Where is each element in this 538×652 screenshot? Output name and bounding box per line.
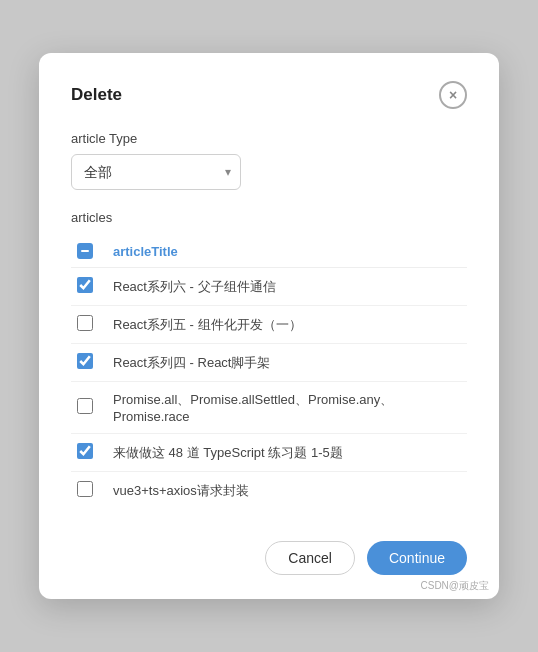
table-row: Promise.all、Promise.allSettled、Promise.a… bbox=[71, 382, 467, 434]
continue-button[interactable]: Continue bbox=[367, 541, 467, 575]
header-title-col: articleTitle bbox=[107, 235, 467, 268]
table-row: React系列六 - 父子组件通信 bbox=[71, 268, 467, 306]
checkbox-cell bbox=[71, 344, 107, 382]
watermark: CSDN@顽皮宝 bbox=[421, 579, 490, 593]
row-checkbox[interactable] bbox=[77, 443, 93, 459]
checkbox-cell bbox=[71, 268, 107, 306]
row-checkbox[interactable] bbox=[77, 315, 93, 331]
table-header-row: articleTitle bbox=[71, 235, 467, 268]
article-type-select-wrapper: 全部 技术 生活 ▾ bbox=[71, 154, 241, 190]
dialog-title: Delete bbox=[71, 85, 122, 105]
delete-dialog: Delete × article Type 全部 技术 生活 ▾ article… bbox=[39, 53, 499, 599]
row-title: React系列六 - 父子组件通信 bbox=[107, 268, 467, 306]
checkbox-cell bbox=[71, 472, 107, 510]
row-title: React系列四 - React脚手架 bbox=[107, 344, 467, 382]
close-icon: × bbox=[449, 87, 457, 103]
table-row: 来做做这 48 道 TypeScript 练习题 1-5题 bbox=[71, 434, 467, 472]
row-checkbox[interactable] bbox=[77, 353, 93, 369]
table-row: vue3+ts+axios请求封装 bbox=[71, 472, 467, 510]
row-checkbox[interactable] bbox=[77, 277, 93, 293]
article-type-select[interactable]: 全部 技术 生活 bbox=[71, 154, 241, 190]
row-checkbox[interactable] bbox=[77, 398, 93, 414]
table-row: React系列五 - 组件化开发（一） bbox=[71, 306, 467, 344]
article-type-label: article Type bbox=[71, 131, 467, 146]
row-title: vue3+ts+axios请求封装 bbox=[107, 472, 467, 510]
indeterminate-line bbox=[81, 250, 89, 252]
dialog-footer: Cancel Continue bbox=[71, 529, 467, 575]
checkbox-cell bbox=[71, 306, 107, 344]
cancel-button[interactable]: Cancel bbox=[265, 541, 355, 575]
row-checkbox[interactable] bbox=[77, 481, 93, 497]
row-title: Promise.all、Promise.allSettled、Promise.a… bbox=[107, 382, 467, 434]
row-title: 来做做这 48 道 TypeScript 练习题 1-5题 bbox=[107, 434, 467, 472]
articles-section-label: articles bbox=[71, 210, 467, 225]
header-checkbox-cell bbox=[71, 235, 107, 268]
articles-table: articleTitle React系列六 - 父子组件通信React系列五 -… bbox=[71, 235, 467, 509]
checkbox-cell bbox=[71, 434, 107, 472]
close-button[interactable]: × bbox=[439, 81, 467, 109]
indeterminate-checkbox[interactable] bbox=[77, 243, 93, 259]
table-row: React系列四 - React脚手架 bbox=[71, 344, 467, 382]
dialog-header: Delete × bbox=[71, 81, 467, 109]
checkbox-cell bbox=[71, 382, 107, 434]
row-title: React系列五 - 组件化开发（一） bbox=[107, 306, 467, 344]
